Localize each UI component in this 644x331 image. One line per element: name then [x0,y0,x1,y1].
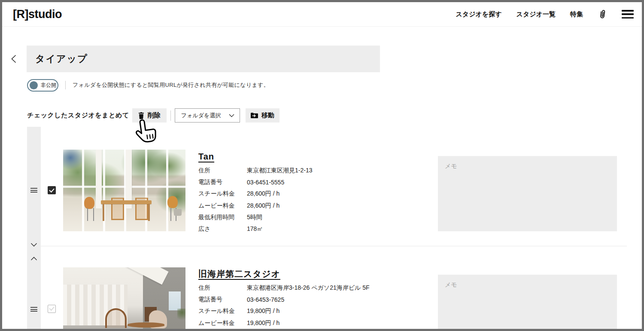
hamburger-menu-icon[interactable] [622,10,634,18]
studio-checkbox[interactable] [48,186,56,194]
visibility-label: 非公開 [41,82,56,89]
paperclip-icon[interactable] [598,9,607,20]
page-title: タイアップ [35,52,88,65]
studio-info: 旧海岸第二スタジオ 住所東京都港区海岸3-18-26 ペガソ21海岸ビル 5F … [198,269,432,329]
site-header: [R]studio スタジオを探す スタジオ一覧 特集 [2,2,642,27]
studio-list: Tan 住所東京都江東区潮見1-2-13 電話番号03-6451-5555 スチ… [41,127,627,331]
move-down-icon[interactable] [30,241,37,245]
chevron-down-icon [229,114,234,117]
drag-handle[interactable] [30,188,37,193]
studio-checkbox[interactable] [48,305,56,313]
folder-move-icon [251,112,258,119]
visibility-row: 非公開 フォルダを公開状態にすると閲覧用URLが発行され共有が可能になります。 [27,79,269,92]
studio-info: Tan 住所東京都江東区潮見1-2-13 電話番号03-6451-5555 スチ… [198,151,432,235]
studio-name-link[interactable]: Tan [198,151,214,162]
memo-textarea[interactable] [438,275,617,331]
trash-icon [138,112,144,119]
studio-row-kyukaigan: 旧海岸第二スタジオ 住所東京都港区海岸3-18-26 ペガソ21海岸ビル 5F … [41,246,627,331]
move-up-icon[interactable] [30,254,37,259]
nav-features[interactable]: 特集 [570,10,583,18]
studio-name-link[interactable]: 旧海岸第二スタジオ [198,269,280,279]
sort-rail [27,127,41,329]
visibility-note: フォルダを公開状態にすると閲覧用URLが発行され共有が可能になります。 [73,81,269,89]
toggle-knob [30,81,38,89]
folder-select-value: フォルダを選択 [181,112,221,120]
divider [65,81,66,89]
memo-textarea[interactable] [438,156,617,231]
site-logo[interactable]: [R]studio [13,8,62,21]
studio-photo[interactable] [63,267,185,331]
main-nav: スタジオを探す スタジオ一覧 特集 [456,9,634,20]
drag-handle[interactable] [30,307,37,312]
folder-select-dropdown[interactable]: フォルダを選択 [175,108,240,123]
move-button[interactable]: 移動 [246,108,279,123]
studio-row-tan: Tan 住所東京都江東区潮見1-2-13 電話番号03-6451-5555 スチ… [41,127,627,246]
delete-button[interactable]: 削除 [132,108,167,123]
back-button[interactable] [11,55,17,63]
bulk-actions-label: チェックしたスタジオをまとめて [27,111,129,120]
folder-title-bar: タイアップ [27,46,380,72]
studio-photo[interactable] [63,150,185,231]
bulk-actions-row: チェックしたスタジオをまとめて 削除 フォルダを選択 移動 [27,108,279,123]
nav-find-studio[interactable]: スタジオを探す [456,10,501,18]
page: [R]studio スタジオを探す スタジオ一覧 特集 タイアップ 非公開 フォ… [0,0,644,331]
visibility-toggle[interactable]: 非公開 [27,79,58,92]
nav-studio-list[interactable]: スタジオ一覧 [516,10,556,18]
divider [170,110,171,121]
